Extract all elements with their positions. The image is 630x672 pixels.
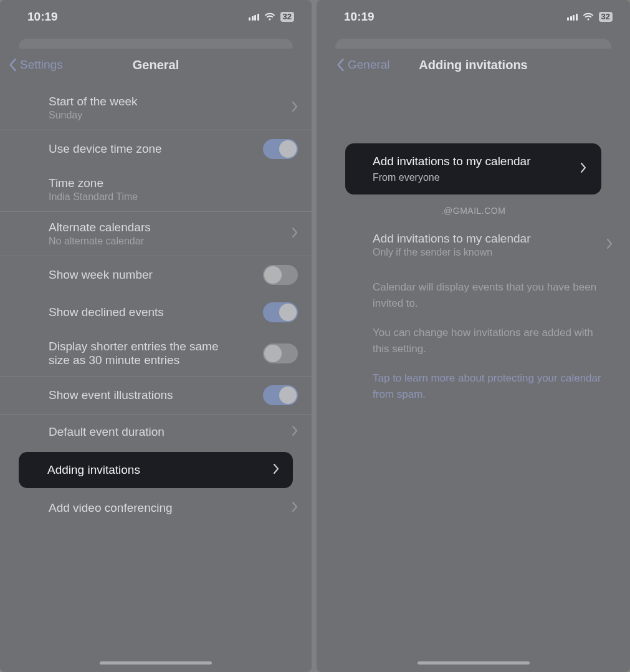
battery-percent: 32	[601, 12, 610, 21]
row-add-invitations-gmail[interactable]: Add invitations to my calendar Only if t…	[317, 222, 630, 268]
phone-right: 10:19 32 General Adding invitations Add …	[317, 0, 630, 672]
row-start-of-week[interactable]: Start of the week Sunday	[0, 86, 312, 130]
toggle-show-declined[interactable]	[263, 302, 298, 322]
back-label: Settings	[20, 58, 63, 72]
row-title: Show declined events	[49, 305, 263, 319]
battery-icon: 32	[280, 12, 294, 22]
row-title: Display shorter entries the same size as…	[49, 340, 236, 367]
row-sub: Only if the sender is known	[373, 247, 606, 258]
row-add-invitations-primary[interactable]: Add invitations to my calendar From ever…	[345, 143, 601, 194]
row-title: Alternate calendars	[49, 221, 292, 234]
cellular-icon	[567, 13, 578, 21]
wifi-icon	[583, 10, 594, 24]
row-default-duration[interactable]: Default event duration	[0, 415, 312, 449]
learn-more-link[interactable]: Tap to learn more about protecting your …	[373, 370, 601, 402]
row-show-illustrations[interactable]: Show event illustrations	[0, 377, 312, 414]
row-sub: From everyone	[373, 172, 580, 183]
chevron-right-icon	[292, 102, 298, 114]
row-timezone[interactable]: Time zone India Standard Time	[0, 168, 312, 211]
row-add-video-conferencing[interactable]: Add video conferencing	[0, 491, 312, 526]
status-bar: 10:19 32	[317, 0, 630, 34]
toggle-use-device-timezone[interactable]	[263, 139, 298, 159]
row-sub: Sunday	[49, 110, 292, 121]
phone-left: 10:19 32 Settings General Start of the w…	[0, 0, 312, 672]
status-right: 32	[249, 10, 294, 24]
chevron-left-icon	[7, 58, 17, 72]
status-time: 10:19	[344, 10, 375, 24]
page-title: Adding invitations	[419, 58, 527, 72]
settings-list: Start of the week Sunday Use device time…	[0, 86, 312, 526]
status-right: 32	[567, 10, 613, 24]
chevron-right-icon	[292, 228, 298, 240]
description-block: Calendar will display events that you ha…	[317, 268, 630, 420]
row-title: Show week number	[49, 268, 263, 282]
row-use-device-timezone[interactable]: Use device time zone	[0, 130, 312, 168]
home-indicator	[418, 661, 530, 665]
back-button[interactable]: General	[335, 58, 390, 72]
chevron-right-icon	[292, 502, 298, 514]
row-sub: India Standard Time	[49, 191, 298, 203]
section-header-gmail: .@GMAIL.COM	[317, 194, 630, 222]
row-show-week-number[interactable]: Show week number	[0, 256, 312, 294]
row-adding-invitations[interactable]: Adding invitations	[19, 452, 293, 488]
toggle-show-week-number[interactable]	[263, 265, 298, 285]
status-bar: 10:19 32	[0, 0, 312, 34]
chevron-right-icon	[273, 464, 279, 476]
chevron-left-icon	[335, 58, 345, 72]
chevron-right-icon	[292, 426, 298, 438]
back-button[interactable]: Settings	[7, 58, 63, 72]
home-indicator	[100, 661, 212, 665]
cellular-icon	[249, 13, 259, 21]
sheet-hint	[19, 39, 293, 49]
row-alternate-calendars[interactable]: Alternate calendars No alternate calenda…	[0, 212, 312, 256]
row-sub: No alternate calendar	[49, 236, 292, 247]
wifi-icon	[264, 10, 275, 24]
row-show-declined[interactable]: Show declined events	[0, 294, 312, 331]
chevron-right-icon	[606, 239, 613, 251]
back-label: General	[348, 58, 390, 72]
page-title: General	[133, 58, 179, 72]
description-2: You can change how invitations are added…	[373, 325, 601, 357]
navbar: General Adding invitations	[317, 49, 630, 81]
row-title: Add video conferencing	[49, 501, 292, 515]
battery-percent: 32	[283, 12, 292, 21]
status-time: 10:19	[27, 10, 58, 24]
battery-icon: 32	[599, 12, 613, 22]
row-title: Time zone	[49, 176, 298, 190]
row-title: Add invitations to my calendar	[373, 155, 580, 168]
row-title: Default event duration	[49, 425, 292, 439]
row-title: Add invitations to my calendar	[373, 232, 606, 246]
toggle-show-illustrations[interactable]	[263, 385, 298, 405]
chevron-right-icon	[580, 163, 586, 175]
description-1: Calendar will display events that you ha…	[373, 279, 601, 311]
row-title: Show event illustrations	[49, 388, 263, 402]
row-title: Adding invitations	[47, 463, 273, 477]
row-title: Use device time zone	[49, 142, 263, 156]
navbar: Settings General	[0, 49, 312, 81]
row-title: Start of the week	[49, 95, 292, 108]
row-shorter-entries[interactable]: Display shorter entries the same size as…	[0, 331, 312, 376]
toggle-shorter-entries[interactable]	[263, 343, 298, 363]
sheet-hint	[335, 39, 611, 49]
